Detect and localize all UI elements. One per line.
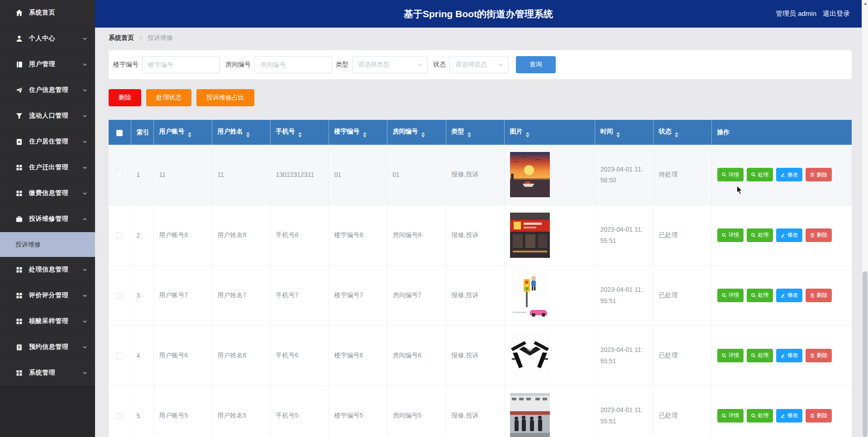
data-table: 索引用户账号用户姓名手机号楼宇编号房间编号类型图片时间状态操作 11111130… [109, 120, 852, 437]
row-detail-button[interactable]: 详情 [717, 228, 744, 242]
status-select[interactable]: 请选择状态 [449, 56, 509, 73]
row-checkbox[interactable] [116, 353, 123, 359]
column-header-8[interactable]: 时间 [595, 120, 653, 145]
sunset-harbor-image[interactable] [510, 152, 550, 197]
column-header-6[interactable]: 类型 [446, 120, 504, 145]
sort-icon[interactable] [467, 132, 471, 138]
bulk-actions: 删除 处理状态 投诉维修占比 [109, 89, 254, 106]
sidebar-item-8[interactable]: 缴费信息管理 [0, 180, 95, 206]
sort-icon[interactable] [298, 132, 302, 138]
column-header-5[interactable]: 房间编号 [387, 120, 446, 145]
row-detail-button[interactable]: 详情 [717, 168, 744, 181]
row-process-button[interactable]: 处理 [747, 168, 773, 181]
breadcrumb-home[interactable]: 系统首页 [109, 34, 134, 42]
sort-icon[interactable] [616, 132, 620, 138]
complaint-ratio-button[interactable]: 投诉维修占比 [196, 89, 254, 106]
row-button-label: 修改 [787, 412, 798, 419]
scrollbar-up-arrow-icon[interactable] [863, 2, 867, 5]
sidebar-item-13[interactable]: 预约信息管理 [0, 334, 95, 360]
scrollbar-thumb[interactable] [863, 271, 868, 437]
row-edit-button[interactable]: 修改 [776, 409, 802, 423]
column-header-1[interactable]: 用户账号 [153, 120, 212, 145]
sidebar-item-7[interactable]: 住户迁出管理 [0, 155, 95, 180]
cell-actions: 详情处理修改删除 [711, 325, 852, 385]
handshake-cartoon-image[interactable] [510, 333, 550, 378]
bulk-delete-button[interactable]: 删除 [109, 89, 141, 106]
search-icon [721, 413, 727, 418]
column-header-7[interactable]: 图片 [504, 120, 595, 145]
row-button-label: 处理 [758, 412, 769, 419]
column-header-4[interactable]: 楼宇编号 [329, 120, 387, 145]
type-select[interactable]: 请选择类型 [352, 56, 428, 73]
sidebar-item-4[interactable]: 住户信息管理 [0, 77, 95, 103]
sidebar-item-14[interactable]: 系统管理 [0, 360, 95, 386]
sidebar-item-5[interactable]: 流动人口管理 [0, 103, 95, 129]
sidebar-subitem-complaint-repair[interactable]: 投诉维修 [0, 232, 95, 257]
row-delete-button[interactable]: 删除 [806, 349, 832, 362]
street-photo-image[interactable] [510, 393, 550, 437]
sidebar-item-3[interactable]: 用户管理 [0, 52, 95, 77]
sort-icon[interactable] [246, 132, 250, 138]
cell-account: 用户账号7 [153, 265, 212, 325]
cell-name: 用户姓名7 [212, 265, 270, 325]
sort-icon[interactable] [363, 132, 367, 138]
home-icon [15, 9, 23, 17]
sort-icon[interactable] [188, 132, 191, 138]
time-text: 2023-04-01 11:55:51 [601, 344, 646, 366]
column-label: 房间编号 [393, 128, 418, 135]
cell-phone: 手机号7 [270, 265, 329, 325]
building-no-input[interactable] [142, 56, 220, 73]
row-delete-button[interactable]: 删除 [806, 409, 832, 423]
grid-icon [15, 292, 23, 299]
traffic-cartoon-image[interactable] [510, 273, 550, 318]
search-icon [751, 353, 756, 358]
sidebar-item-6[interactable]: 住户居住管理 [0, 129, 95, 155]
row-process-button[interactable]: 处理 [747, 228, 773, 242]
red-storefront-image[interactable] [510, 213, 550, 258]
column-header-9[interactable]: 状态 [653, 120, 711, 145]
column-header-2[interactable]: 用户姓名 [212, 120, 270, 145]
chevron-down-icon [82, 165, 88, 171]
row-delete-button[interactable]: 删除 [806, 168, 832, 181]
logout-link[interactable]: 退出登录 [823, 10, 850, 18]
row-edit-button[interactable]: 修改 [776, 228, 802, 242]
row-select-cell [109, 145, 131, 205]
row-edit-button[interactable]: 修改 [776, 349, 802, 362]
sidebar-item-label: 住户居住管理 [29, 138, 82, 146]
row-edit-button[interactable]: 修改 [776, 168, 802, 181]
row-checkbox[interactable] [116, 233, 123, 239]
cell-name: 用户姓名8 [212, 205, 270, 265]
vertical-scrollbar[interactable] [862, 0, 868, 437]
search-button[interactable]: 查询 [516, 56, 556, 73]
row-checkbox[interactable] [116, 413, 123, 419]
row-process-button[interactable]: 处理 [747, 409, 773, 423]
process-status-button[interactable]: 处理状态 [146, 89, 191, 106]
room-no-input[interactable] [254, 56, 332, 73]
sidebar-item-9[interactable]: 投诉维修管理 [0, 206, 95, 232]
sort-icon[interactable] [421, 132, 425, 138]
sidebar-item-1[interactable]: 系统首页 [0, 0, 95, 26]
row-checkbox[interactable] [116, 172, 123, 178]
cell-account: 用户账号5 [153, 385, 212, 437]
row-detail-button[interactable]: 详情 [717, 349, 744, 362]
column-header-3[interactable]: 手机号 [270, 120, 329, 145]
select-all-checkbox[interactable] [116, 130, 123, 136]
row-process-button[interactable]: 处理 [747, 289, 773, 302]
sidebar-item-10[interactable]: 处理信息管理 [0, 257, 95, 283]
chevron-down-icon [82, 62, 88, 67]
sidebar-item-12[interactable]: 核酸采样管理 [0, 309, 95, 334]
sort-icon[interactable] [526, 132, 529, 138]
row-detail-button[interactable]: 详情 [717, 289, 744, 302]
row-edit-button[interactable]: 修改 [776, 289, 802, 302]
row-process-button[interactable]: 处理 [747, 349, 773, 362]
clipboard-x-icon [15, 138, 23, 146]
row-delete-button[interactable]: 删除 [806, 289, 832, 302]
row-checkbox[interactable] [116, 293, 123, 299]
sort-icon[interactable] [675, 132, 678, 138]
column-header-10: 操作 [711, 120, 852, 145]
row-delete-button[interactable]: 删除 [806, 228, 832, 242]
sidebar-item-label: 预约信息管理 [29, 343, 82, 351]
sidebar-item-2[interactable]: 个人中心 [0, 26, 95, 52]
row-detail-button[interactable]: 详情 [717, 409, 744, 423]
sidebar-item-11[interactable]: 评价评分管理 [0, 283, 95, 309]
